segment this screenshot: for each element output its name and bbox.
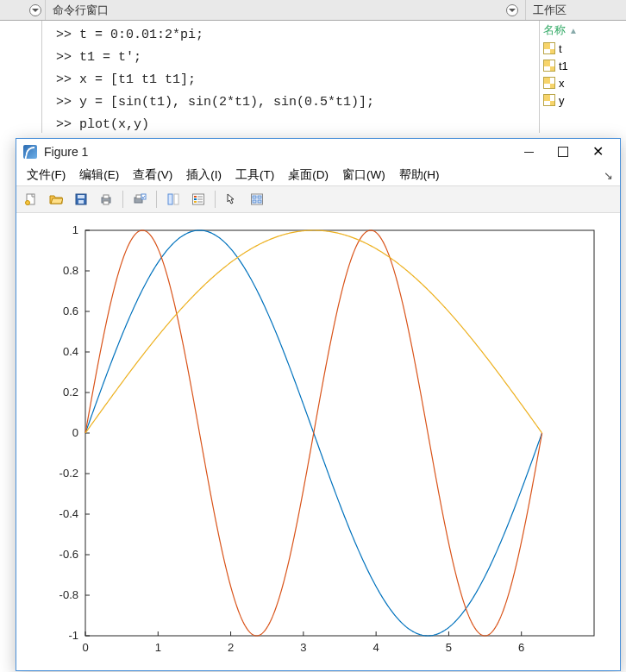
menu-item[interactable]: 查看(V) [126,166,179,185]
new-button[interactable] [20,188,42,210]
figure-menubar: 文件(F)编辑(E)查看(V)插入(I)工具(T)桌面(D)窗口(W)帮助(H)… [16,165,620,186]
datacursor-button[interactable] [162,188,185,210]
figure-titlebar[interactable]: Figure 1 ✕ [16,139,620,165]
current-folder-header [0,0,46,20]
command-line: >> t = 0:0.01:2*pi; [56,24,539,47]
toolbar-separator [156,191,157,208]
y-tick-label: -0.4 [59,507,78,520]
workspace-panel: 名称 ▲ tt1xy [540,21,626,133]
menu-item[interactable]: 文件(F) [20,166,72,185]
open-icon [49,192,63,206]
svg-rect-7 [103,201,109,204]
workspace-variable[interactable]: t1 [540,57,626,74]
maximize-button[interactable] [546,140,580,164]
x-tick-label: 4 [373,641,379,654]
svg-point-1 [26,201,30,205]
figure-axes[interactable]: 0123456-1-0.8-0.6-0.4-0.200.20.40.60.81 [16,213,620,670]
svg-rect-24 [258,200,261,203]
menu-item[interactable]: 编辑(E) [72,166,126,185]
y-tick-label: 0 [72,426,78,439]
y-tick-label: -0.6 [59,548,78,561]
variable-icon [543,42,555,54]
command-window[interactable]: >> t = 0:0.01:2*pi;>> t1 = t';>> x = [t1… [42,21,540,133]
sort-asc-icon: ▲ [569,26,578,35]
svg-rect-21 [253,196,256,198]
y-tick-label: 0.4 [63,345,78,358]
maximize-icon [558,147,568,157]
close-icon: ✕ [592,145,604,159]
open-button[interactable] [45,188,67,210]
figprint-icon [133,192,147,206]
chevron-icon[interactable]: ↘ [600,169,617,182]
datacursor-icon [166,192,180,206]
linked-button[interactable] [246,188,268,210]
variable-icon [543,60,555,72]
workspace-title: 工作区 [533,3,619,18]
workspace-column-name[interactable]: 名称 ▲ [540,21,626,40]
variable-name: y [559,94,565,107]
svg-rect-11 [168,194,172,204]
variable-icon [543,77,555,89]
svg-rect-12 [174,194,178,204]
menu-item[interactable]: 帮助(H) [392,166,447,185]
arrow-icon [225,192,239,206]
y-tick-label: 1 [72,223,78,236]
workspace-variable[interactable]: x [540,74,626,91]
command-line: >> y = [sin(t1), sin(2*t1), sin(0.5*t1)]… [56,91,539,114]
close-button[interactable]: ✕ [580,140,615,164]
top-panel-bodies: >> t = 0:0.01:2*pi;>> t1 = t';>> x = [t1… [0,21,626,133]
y-tick-label: -0.8 [59,588,78,601]
menu-item[interactable]: 桌面(D) [281,166,335,185]
figprint-button[interactable] [128,188,151,210]
dropdown-icon[interactable] [29,4,41,16]
save-icon [74,192,88,206]
svg-rect-3 [78,195,85,198]
y-tick-label: 0.2 [63,386,78,399]
svg-rect-9 [136,195,141,198]
y-tick-label: -0.2 [59,467,78,480]
legend-button[interactable] [187,188,210,210]
figure-window[interactable]: Figure 1 ✕ 文件(F)编辑(E)查看(V)插入(I)工具(T)桌面(D… [16,138,621,671]
variable-name: x [559,77,565,90]
toolbar-separator [122,191,123,208]
variable-name: t [559,42,562,55]
axes-box [85,230,594,636]
workspace-variable[interactable]: y [540,91,626,109]
legend-icon [191,192,205,206]
y-tick-label: 0.6 [63,305,78,317]
x-tick-label: 6 [518,641,524,654]
workspace-column-label: 名称 [543,22,566,38]
workspace-variable[interactable]: t [540,40,626,57]
svg-rect-6 [103,195,109,198]
y-tick-label: 0.8 [63,264,78,277]
y-tick-label: -1 [68,629,78,642]
save-button[interactable] [70,188,92,210]
dropdown-icon[interactable] [506,4,518,16]
command-line: >> plot(x,y) [56,114,539,133]
x-tick-label: 3 [300,641,306,654]
workspace-header: 工作区 [526,0,626,20]
new-icon [24,192,38,206]
minimize-icon [524,152,534,153]
x-tick-label: 5 [446,641,452,654]
minimize-button[interactable] [511,140,546,164]
command-line: >> x = [t1 t1 t1]; [56,69,539,91]
print-button[interactable] [95,188,117,210]
svg-rect-4 [78,200,84,204]
svg-rect-23 [253,200,256,203]
x-tick-label: 2 [228,641,234,654]
x-tick-label: 0 [82,641,88,654]
command-line: >> t1 = t'; [56,47,539,69]
arrow-button[interactable] [221,188,243,210]
current-folder-body [0,21,42,133]
menu-item[interactable]: 工具(T) [228,166,281,185]
top-panel-headers: 命令行窗口 工作区 [0,0,626,21]
figure-toolbar [16,186,620,213]
x-tick-label: 1 [155,641,161,654]
menu-item[interactable]: 窗口(W) [335,166,392,185]
menu-item[interactable]: 插入(I) [179,166,228,185]
toolbar-separator [215,191,216,208]
linked-icon [250,192,264,206]
variable-name: t1 [559,60,568,72]
print-icon [99,192,113,206]
